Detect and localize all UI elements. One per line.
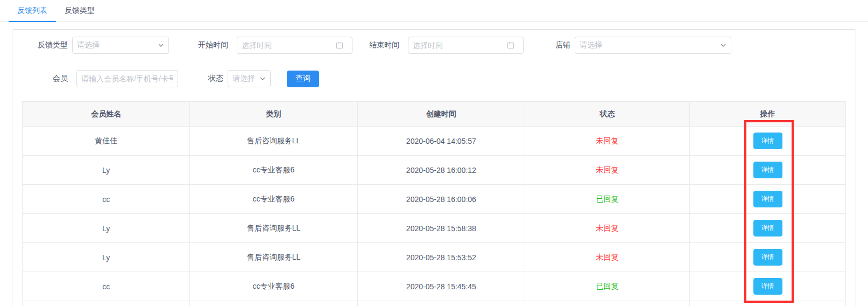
table-row: Ly cc专业客服6 2020-05-28 16:00:12 未回复 详情 [23, 156, 846, 185]
table-row: cc cc专业客服6 2020-05-28 15:45:45 已回复 详情 [23, 272, 846, 301]
tab-bar: 反馈列表 反馈类型 [0, 0, 868, 22]
detail-button[interactable]: 详情 [753, 249, 782, 266]
created-time-cell: 2020-05-28 16:00:12 [406, 166, 476, 175]
created-time-cell: 2020-05-28 15:58:38 [406, 224, 476, 233]
detail-button[interactable]: 详情 [753, 162, 782, 178]
shop-label: 店铺 [554, 40, 570, 50]
category-cell: 售后咨询服务LL [247, 224, 301, 232]
col-header-member-name: 会员姓名 [23, 102, 190, 127]
detail-button[interactable]: 详情 [753, 133, 782, 149]
table-row: Ly 售后咨询服务LL 2020-05-28 15:58:38 未回复 详情 [23, 214, 846, 243]
category-cell: 售后咨询服务LL [247, 253, 301, 261]
created-time-cell: 2020-06-04 14:05:57 [406, 137, 476, 145]
category-cell: cc专业客服6 [253, 282, 295, 290]
category-cell: cc专业客服6 [253, 194, 295, 203]
created-time-cell: 2020-05-28 15:45:45 [406, 282, 476, 291]
member-name-cell: Ly [102, 253, 110, 262]
shop-select-placeholder: 请选择 [575, 40, 602, 50]
created-time-cell: 2020-05-28 15:53:52 [406, 253, 476, 262]
detail-button[interactable]: 详情 [753, 220, 782, 237]
table-row: cc cc专业客服6 2020-05-28 16:00:06 已回复 详情 [23, 185, 846, 214]
tab-feedback-type[interactable]: 反馈类型 [56, 0, 103, 22]
table-row [23, 301, 846, 306]
member-name-cell: Ly [102, 224, 110, 233]
end-time-label: 结束时间 [367, 40, 399, 50]
member-input[interactable] [76, 70, 178, 87]
member-name-cell: 黄佳佳 [95, 136, 117, 145]
created-time-cell: 2020-05-28 16:00:06 [406, 195, 476, 204]
col-header-category: 类别 [190, 102, 357, 127]
feedback-table-wrap: 会员姓名 类别 创建时间 状态 操作 黄佳佳 售后咨询服务LL 2020-06-… [22, 101, 846, 306]
tab-feedback-list[interactable]: 反馈列表 [9, 0, 56, 22]
col-header-action: 操作 [690, 102, 846, 127]
status-cell: 已回复 [596, 282, 619, 290]
detail-button[interactable]: 详情 [753, 191, 782, 207]
member-name-cell: cc [102, 282, 110, 291]
category-cell: 售后咨询服务LL [247, 136, 301, 145]
status-cell: 未回复 [596, 253, 619, 261]
detail-button[interactable]: 详情 [753, 278, 782, 295]
status-cell: 未回复 [596, 224, 619, 232]
start-time-input[interactable] [237, 37, 352, 54]
feedback-type-select-placeholder: 请选择 [73, 40, 100, 50]
filter-row-1: 反馈类型 请选择 开始时间 结束时间 店铺 请选择 [22, 37, 846, 54]
col-header-created-time: 创建时间 [357, 102, 525, 127]
table-row: 黄佳佳 售后咨询服务LL 2020-06-04 14:05:57 未回复 详情 [23, 127, 846, 156]
status-cell: 已回复 [596, 194, 619, 203]
feedback-table: 会员姓名 类别 创建时间 状态 操作 黄佳佳 售后咨询服务LL 2020-06-… [22, 101, 846, 306]
content-card: 反馈类型 请选择 开始时间 结束时间 店铺 请选择 [12, 29, 856, 306]
start-time-label: 开始时间 [196, 40, 228, 50]
chevron-down-icon [158, 42, 164, 48]
calendar-icon [507, 41, 514, 49]
chevron-down-icon [720, 42, 726, 48]
shop-select[interactable]: 请选择 [575, 37, 731, 54]
table-header-row: 会员姓名 类别 创建时间 状态 操作 [23, 102, 846, 127]
filter-row-2: 会员 状态 请选择 查询 [22, 70, 846, 87]
status-label: 状态 [207, 74, 223, 84]
category-cell: cc专业客服6 [253, 165, 295, 174]
status-select[interactable]: 请选择 [228, 70, 271, 87]
end-time-input[interactable] [408, 37, 524, 54]
feedback-type-label: 反馈类型 [22, 40, 68, 50]
feedback-type-select[interactable]: 请选择 [72, 37, 169, 54]
table-row: Ly 售后咨询服务LL 2020-05-28 15:53:52 未回复 详情 [23, 243, 846, 272]
status-cell: 未回复 [596, 136, 619, 145]
status-cell: 未回复 [596, 165, 619, 174]
col-header-status: 状态 [525, 102, 690, 127]
calendar-icon [336, 41, 343, 49]
member-label: 会员 [22, 74, 68, 84]
member-name-cell: Ly [102, 166, 110, 175]
chevron-down-icon [259, 75, 266, 82]
member-name-cell: cc [102, 195, 110, 204]
status-select-placeholder: 请选择 [228, 74, 255, 84]
search-button[interactable]: 查询 [287, 71, 319, 87]
